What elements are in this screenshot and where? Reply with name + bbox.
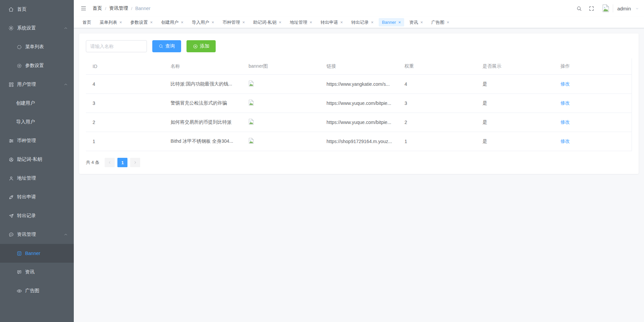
pagination-page-1[interactable]: 1 (117, 158, 127, 167)
tab-mnemonic-key[interactable]: 助记词-私钥× (250, 18, 285, 27)
chat-bubble-icon (8, 232, 14, 238)
sidebar-item-label: 资讯管理 (17, 232, 36, 238)
tab-transfer-records[interactable]: 转出记录× (348, 18, 377, 27)
breadcrumb-item-banner: Banner (135, 6, 150, 11)
sidebar-item-transfer-request[interactable]: 转出申请 (0, 188, 74, 206)
sidebar-item-label: 用户管理 (17, 81, 36, 87)
navbar: 首页 / 资讯管理 / Banner admin (74, 0, 644, 17)
chevron-up-icon (64, 233, 68, 237)
edit-link[interactable]: 修改 (560, 100, 570, 106)
cell-weight: 4 (398, 75, 476, 94)
sidebar-item-user-management[interactable]: 用户管理 (0, 75, 74, 94)
username[interactable]: admin (617, 6, 631, 11)
tab-label: 导入用户 (192, 19, 209, 25)
sidebar-item-menu-list[interactable]: 菜单列表 (0, 38, 74, 56)
hamburger-icon[interactable] (79, 4, 88, 13)
pagination-prev-button[interactable] (105, 158, 115, 167)
sidebar-item-coin-management[interactable]: 币种管理 (0, 131, 74, 150)
add-button[interactable]: 添加 (186, 40, 216, 52)
tab-close-icon[interactable]: × (398, 20, 401, 24)
breadcrumb: 首页 / 资讯管理 / Banner (93, 5, 150, 11)
tab-label: 参数设置 (130, 19, 148, 25)
tab-banner[interactable]: Banner× (379, 18, 405, 26)
navbar-right: admin (575, 4, 639, 13)
tab-close-icon[interactable]: × (447, 20, 449, 24)
tab-close-icon[interactable]: × (371, 20, 374, 24)
chevron-left-icon (108, 160, 112, 165)
tab-label: 广告图 (431, 19, 444, 25)
tab-home[interactable]: 首页 (79, 18, 95, 27)
broken-image-icon (249, 80, 254, 87)
cell-actions: 修改 (554, 132, 632, 151)
breadcrumb-separator: / (105, 6, 106, 11)
tab-news[interactable]: 资讯× (406, 18, 426, 27)
query-button[interactable]: 查询 (152, 40, 181, 52)
sliders-icon (8, 138, 14, 144)
tab-label: Banner (382, 20, 396, 25)
sidebar-item-news[interactable]: 资讯 (0, 263, 74, 281)
breadcrumb-item-home[interactable]: 首页 (93, 5, 102, 11)
sidebar-item-banner[interactable]: Banner (0, 244, 74, 263)
banner-table: ID 名称 banner图 链接 权重 是否展示 操作 4 比特派:国内功能最强 (86, 58, 632, 151)
sidebar-item-news-management[interactable]: 资讯管理 (0, 225, 74, 244)
search-input[interactable] (86, 40, 147, 52)
avatar[interactable] (601, 4, 613, 12)
tab-close-icon[interactable]: × (310, 20, 312, 24)
search-icon (159, 44, 163, 49)
sidebar-item-transfer-records[interactable]: 转出记录 (0, 206, 74, 225)
sidebar-item-parameter-settings[interactable]: 参数设置 (0, 56, 74, 75)
sidebar-item-home[interactable]: 首页 (0, 0, 74, 19)
sidebar-item-label: 资讯 (25, 269, 35, 275)
col-header-banner-image: banner图 (242, 58, 320, 75)
cell-id: 1 (86, 132, 164, 151)
sidebar-item-label: 首页 (17, 6, 26, 12)
tab-menu-list[interactable]: 菜单列表× (96, 18, 125, 27)
caret-down-icon[interactable] (635, 6, 639, 11)
sidebar-item-address-management[interactable]: 地址管理 (0, 169, 74, 188)
pagination-next-button[interactable] (130, 158, 140, 167)
edit-link[interactable]: 修改 (560, 138, 570, 144)
fullscreen-icon[interactable] (587, 4, 596, 13)
sidebar-item-label: 币种管理 (17, 138, 36, 144)
cell-id: 3 (86, 94, 164, 113)
tab-address-management[interactable]: 地址管理× (286, 18, 316, 27)
sidebar-item-label: 菜单列表 (25, 44, 44, 50)
sidebar-item-create-user[interactable]: 创建用户 (0, 94, 74, 113)
dashed-gear-icon (16, 63, 22, 69)
broken-image-icon (601, 4, 610, 12)
tab-close-icon[interactable]: × (181, 20, 183, 24)
tab-parameter-settings[interactable]: 参数设置× (127, 18, 156, 27)
tab-ad-image[interactable]: 广告图× (428, 18, 453, 27)
banner-card: 查询 添加 ID 名称 banner图 链接 权重 (79, 34, 639, 174)
tab-label: 资讯 (409, 19, 418, 25)
tab-close-icon[interactable]: × (150, 20, 153, 24)
tab-coin-management[interactable]: 币种管理× (219, 18, 248, 27)
col-header-actions: 操作 (554, 58, 632, 75)
tab-create-user[interactable]: 创建用户× (158, 18, 187, 27)
tab-close-icon[interactable]: × (242, 20, 245, 24)
col-header-link: 链接 (320, 58, 398, 75)
sidebar-item-label: 地址管理 (17, 175, 36, 181)
breadcrumb-item-news-management[interactable]: 资讯管理 (109, 5, 128, 11)
search-icon[interactable] (575, 4, 584, 13)
sidebar-item-label: 转出记录 (17, 213, 36, 219)
sidebar-item-mnemonic-key[interactable]: 助记词-私钥 (0, 150, 74, 169)
edit-link[interactable]: 修改 (560, 119, 570, 125)
tab-transfer-request[interactable]: 转出申请× (317, 18, 346, 27)
tab-import-user[interactable]: 导入用户× (189, 18, 218, 27)
cell-banner-image (242, 113, 320, 132)
sidebar-item-import-user[interactable]: 导入用户 (0, 113, 74, 131)
cell-link: https://www.yuque.com/bitpie... (320, 113, 398, 132)
pagination: 共 4 条 1 (86, 158, 632, 167)
plus-circle-icon (193, 44, 198, 49)
tab-close-icon[interactable]: × (119, 20, 122, 24)
edit-link[interactable]: 修改 (560, 81, 570, 86)
tab-close-icon[interactable]: × (340, 20, 343, 24)
tab-close-icon[interactable]: × (212, 20, 214, 24)
sidebar-item-system-settings[interactable]: 系统设置 (0, 19, 74, 38)
tab-close-icon[interactable]: × (279, 20, 281, 24)
table-header-row: ID 名称 banner图 链接 权重 是否展示 操作 (86, 58, 632, 75)
tab-close-icon[interactable]: × (420, 20, 423, 24)
sidebar-item-ad-image[interactable]: 广告图 (0, 281, 74, 300)
sidebar: 首页 系统设置 菜单列表 参数设置 用户管理 创建用户 导入用户 (0, 0, 74, 322)
